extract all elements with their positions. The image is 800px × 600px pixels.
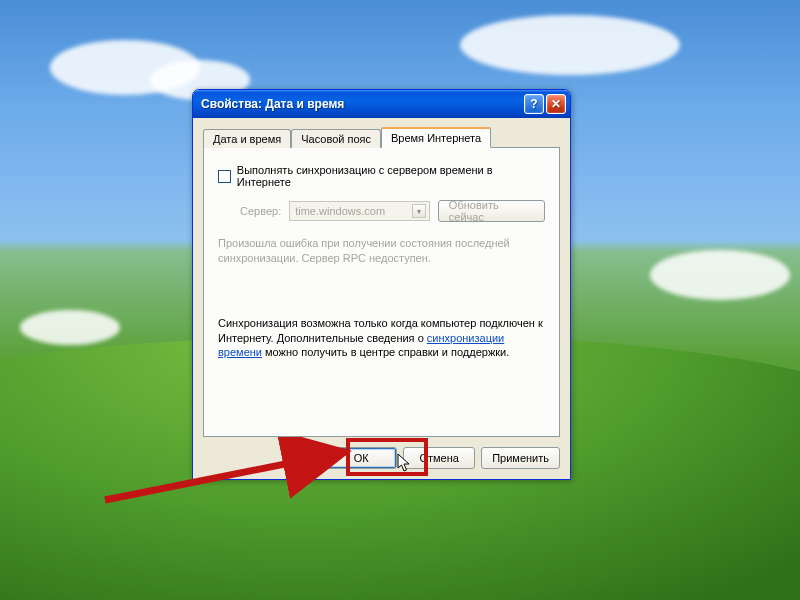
ok-button[interactable]: ОК	[325, 447, 397, 469]
cancel-button[interactable]: Отмена	[403, 447, 475, 469]
tab-internet-time[interactable]: Время Интернета	[381, 127, 491, 148]
server-label: Сервер:	[240, 205, 281, 217]
server-combobox-value: time.windows.com	[295, 205, 385, 217]
window-title: Свойства: Дата и время	[201, 97, 522, 111]
update-now-button[interactable]: Обновить сейчас	[438, 200, 545, 222]
tabstrip: Дата и время Часовой пояс Время Интернет…	[203, 126, 560, 147]
server-combobox[interactable]: time.windows.com ▾	[289, 201, 430, 221]
server-row: Сервер: time.windows.com ▾ Обновить сейч…	[240, 200, 545, 222]
apply-button[interactable]: Применить	[481, 447, 560, 469]
chevron-down-icon: ▾	[412, 204, 426, 218]
sync-status-text: Произошла ошибка при получении состояния…	[218, 236, 545, 266]
date-time-properties-window: Свойства: Дата и время ? ✕ Дата и время …	[192, 89, 571, 480]
dialog-body: Дата и время Часовой пояс Время Интернет…	[193, 118, 570, 479]
help-button[interactable]: ?	[524, 94, 544, 114]
status-line: синхронизации. Сервер RPC недоступен.	[218, 252, 431, 264]
sync-info-text: Синхронизация возможна только когда комп…	[218, 316, 545, 361]
tab-date-time[interactable]: Дата и время	[203, 129, 291, 148]
sync-checkbox-label: Выполнять синхронизацию с сервером време…	[237, 164, 545, 188]
close-icon: ✕	[551, 97, 561, 111]
status-line: Произошла ошибка при получении состояния…	[218, 237, 510, 249]
tab-timezone[interactable]: Часовой пояс	[291, 129, 381, 148]
dialog-button-row: ОК Отмена Применить	[203, 447, 560, 469]
cloud-deco	[460, 15, 680, 75]
sync-checkbox[interactable]	[218, 170, 231, 183]
info-text-post: можно получить в центре справки и поддер…	[262, 346, 509, 358]
cloud-deco	[650, 250, 790, 300]
close-button[interactable]: ✕	[546, 94, 566, 114]
sync-checkbox-row[interactable]: Выполнять синхронизацию с сервером време…	[218, 164, 545, 188]
titlebar[interactable]: Свойства: Дата и время ? ✕	[193, 90, 570, 118]
cloud-deco	[20, 310, 120, 345]
tab-panel-internet-time: Выполнять синхронизацию с сервером време…	[203, 147, 560, 437]
